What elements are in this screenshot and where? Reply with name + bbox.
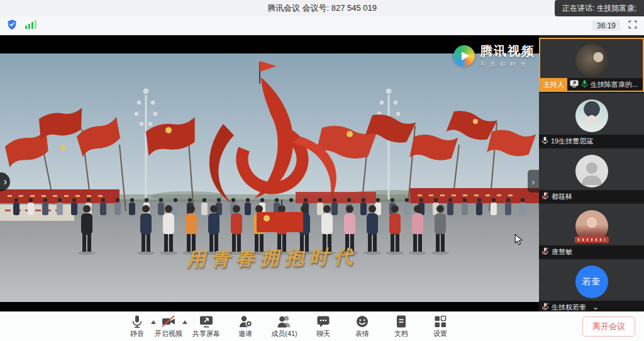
collapse-sidebar-chevron-icon[interactable]: ›: [528, 170, 539, 193]
participants-sidebar: 主持人 生技陈富康的... 19生技曹思寇: [539, 35, 644, 311]
tool-label: 共享屏幕: [192, 329, 220, 338]
meeting-title: 腾讯会议 会议号: 827 545 019: [267, 3, 377, 14]
speaking-indicator-toast: 正在讲话: 生技陈富康;: [555, 0, 644, 16]
avatar: [575, 99, 608, 132]
participant-name: 19生技曹思寇: [551, 137, 593, 146]
tencent-video-watermark: 腾讯视频 不负好时光: [453, 43, 535, 69]
mouse-cursor: [514, 234, 523, 245]
participant-name: 唐慧敏: [552, 247, 572, 257]
members-button[interactable]: 成员(41): [270, 315, 298, 338]
microphone-on-icon: [581, 80, 588, 89]
microphone-on-icon: [541, 137, 548, 146]
avatar-initials: 若奎: [575, 266, 608, 298]
participant-tile[interactable]: 若奎 生技权若奎 ⌄: [539, 259, 644, 311]
video-caption: 用青春拥抱时代: [162, 243, 383, 273]
camera-off-icon: [161, 315, 176, 328]
start-video-button[interactable]: 开启视频: [155, 315, 182, 338]
avatar-banner: [575, 237, 609, 243]
title-bar: 腾讯会议 会议号: 827 545 019 正在讲话: 生技陈富康;: [0, 0, 644, 16]
video-options-caret[interactable]: [182, 320, 187, 324]
tool-label: 开启视频: [155, 329, 182, 338]
invite-icon: [238, 315, 252, 328]
tool-label: 静音: [130, 329, 144, 338]
screen-sharing-icon: [570, 80, 579, 89]
microphone-muted-icon: [541, 247, 549, 257]
chat-icon: [316, 315, 330, 328]
participant-tile[interactable]: 都筱林: [539, 148, 644, 203]
host-badge: 主持人: [540, 78, 567, 91]
settings-button[interactable]: 设置: [426, 315, 454, 338]
avatar: [575, 44, 608, 77]
microphone-muted-icon: [541, 303, 549, 312]
chat-button[interactable]: 聊天: [309, 315, 337, 338]
docs-button[interactable]: 文档: [387, 315, 415, 338]
mute-button[interactable]: 静音: [123, 315, 151, 338]
members-icon: [277, 315, 292, 328]
microphone-muted-icon: [541, 192, 549, 201]
participant-name: 都筱林: [552, 192, 572, 201]
network-signal-icon[interactable]: [25, 20, 36, 32]
participant-tile-host[interactable]: 主持人 生技陈富康的...: [539, 38, 644, 92]
watermark-slogan: 不负好时光: [480, 60, 535, 69]
participant-tile[interactable]: 19生技曹思寇: [539, 93, 644, 147]
watermark-brand: 腾讯视频: [480, 43, 535, 60]
tencent-video-play-logo-icon: [453, 45, 475, 67]
status-bar: 36:19: [0, 16, 644, 35]
meeting-timer: 36:19: [592, 21, 620, 31]
tool-label: 表情: [355, 329, 369, 338]
tool-label: 聊天: [316, 329, 330, 338]
leave-meeting-button[interactable]: 离开会议: [582, 316, 635, 337]
invite-button[interactable]: 邀请: [231, 315, 259, 338]
participant-name: 生技陈富康的...: [591, 80, 638, 89]
share-screen-button[interactable]: 共享屏幕: [192, 315, 220, 338]
meeting-toolbar: 静音 开启视频 共享屏幕 邀请 成员(41): [0, 311, 644, 341]
avatar-default: [575, 155, 608, 187]
emoji-icon: [355, 315, 369, 328]
tool-label: 设置: [433, 329, 447, 338]
share-screen-icon: [199, 315, 214, 328]
participant-name: 生技权若奎: [552, 303, 586, 312]
tool-label: 文档: [394, 329, 408, 338]
tool-label: 成员(41): [271, 329, 297, 338]
participant-tile[interactable]: 唐慧敏: [539, 204, 644, 258]
settings-grid-icon: [433, 315, 447, 328]
fullscreen-button[interactable]: [628, 20, 638, 32]
emoji-button[interactable]: 表情: [348, 315, 376, 338]
tencent-meeting-window: 腾讯会议 会议号: 827 545 019 正在讲话: 生技陈富康; 36:19: [0, 0, 644, 341]
document-icon: [394, 315, 408, 328]
shared-screen-stage[interactable]: 腾讯视频 不负好时光 用青春拥抱时代 › ›: [0, 35, 539, 311]
microphone-icon: [130, 315, 144, 328]
tool-label: 邀请: [238, 329, 252, 338]
collapse-list-chevron-icon[interactable]: ⌄: [592, 303, 599, 311]
meeting-security-shield-icon[interactable]: [6, 19, 18, 33]
